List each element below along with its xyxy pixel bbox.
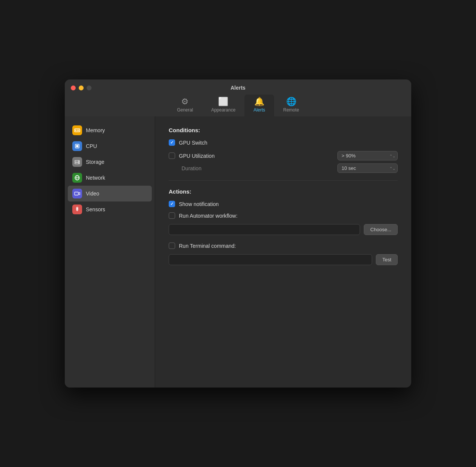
sidebar-item-network[interactable]: Network [68, 170, 152, 186]
body: Memory CPU [65, 116, 411, 388]
show-notification-row: Show notification [169, 201, 398, 207]
svg-point-9 [78, 163, 79, 163]
svg-point-8 [78, 161, 79, 162]
threshold-select-wrapper: > 90% > 80% > 70% [337, 151, 398, 160]
show-notification-label: Show notification [179, 201, 219, 207]
traffic-lights [71, 85, 92, 90]
remote-icon: 🌐 [286, 98, 296, 106]
run-terminal-label: Run Terminal command: [179, 243, 236, 249]
tab-remote[interactable]: 🌐 Remote [274, 95, 308, 116]
maximize-button[interactable] [87, 85, 92, 90]
close-button[interactable] [71, 85, 76, 90]
tab-alerts-label: Alerts [253, 107, 265, 113]
alerts-icon: 🔔 [254, 98, 264, 106]
titlebar: Alerts ⚙ General ⬜ Appearance 🔔 Alerts 🌐… [65, 79, 411, 116]
sidebar-item-sensors[interactable]: Sensors [68, 201, 152, 217]
sidebar-label-video: Video [86, 191, 99, 197]
gpu-switch-checkbox[interactable] [169, 139, 175, 146]
duration-select-wrapper: 10 sec 30 sec 1 min [337, 163, 398, 173]
general-icon: ⚙ [181, 98, 189, 106]
duration-select[interactable]: 10 sec 30 sec 1 min [337, 163, 398, 173]
run-terminal-row: Run Terminal command: [169, 243, 398, 249]
window-title: Alerts [230, 85, 246, 91]
gpu-utilization-label: GPU Utilization [179, 153, 215, 159]
svg-rect-5 [76, 145, 78, 147]
choose-button[interactable]: Choose... [364, 224, 398, 235]
svg-rect-13 [75, 192, 78, 195]
svg-rect-16 [77, 208, 78, 210]
sidebar-label-sensors: Sensors [86, 206, 105, 212]
section-divider [169, 180, 398, 181]
threshold-select[interactable]: > 90% > 80% > 70% [337, 151, 398, 160]
tab-appearance-label: Appearance [211, 107, 236, 113]
cpu-icon [72, 141, 82, 151]
tab-bar: ⚙ General ⬜ Appearance 🔔 Alerts 🌐 Remote [168, 95, 308, 116]
storage-icon [72, 157, 82, 167]
tab-appearance[interactable]: ⬜ Appearance [202, 95, 245, 116]
minimize-button[interactable] [79, 85, 84, 90]
video-icon [72, 189, 82, 198]
show-notification-checkbox[interactable] [169, 201, 175, 207]
sidebar-item-video[interactable]: Video [68, 186, 152, 201]
automator-input-row: Choose... [169, 224, 398, 235]
main-content: Conditions: GPU Switch GPU Utilization >… [155, 116, 411, 388]
tab-alerts[interactable]: 🔔 Alerts [244, 95, 274, 116]
sidebar-item-cpu[interactable]: CPU [68, 138, 152, 154]
tab-general[interactable]: ⚙ General [168, 95, 202, 116]
test-button[interactable]: Test [376, 254, 398, 265]
run-automator-checkbox[interactable] [169, 212, 175, 219]
network-icon [72, 173, 82, 183]
svg-rect-2 [77, 130, 78, 131]
sidebar-label-cpu: CPU [86, 143, 97, 149]
actions-title: Actions: [169, 188, 398, 195]
automator-workflow-input[interactable] [169, 224, 360, 235]
duration-row: Duration 10 sec 30 sec 1 min [169, 163, 398, 173]
terminal-input-row: Test [169, 254, 398, 265]
conditions-title: Conditions: [169, 127, 398, 133]
sensors-icon [72, 205, 82, 214]
tab-general-label: General [177, 107, 193, 113]
main-window: Alerts ⚙ General ⬜ Appearance 🔔 Alerts 🌐… [65, 79, 411, 388]
gpu-switch-label: GPU Switch [179, 140, 207, 146]
sidebar-label-network: Network [86, 175, 105, 181]
memory-icon [72, 125, 82, 135]
svg-rect-15 [77, 210, 78, 211]
sidebar: Memory CPU [65, 116, 155, 388]
appearance-icon: ⬜ [218, 98, 228, 106]
run-terminal-checkbox[interactable] [169, 243, 175, 249]
run-automator-label: Run Automator workflow: [179, 213, 238, 219]
sidebar-label-storage: Storage [86, 159, 104, 165]
sidebar-label-memory: Memory [86, 127, 105, 133]
sidebar-item-memory[interactable]: Memory [68, 122, 152, 138]
run-automator-row: Run Automator workflow: [169, 212, 398, 219]
terminal-command-input[interactable] [169, 254, 372, 265]
gpu-switch-row: GPU Switch [169, 139, 398, 146]
gpu-utilization-row: GPU Utilization > 90% > 80% > 70% [169, 151, 398, 160]
gpu-utilization-checkbox[interactable] [169, 153, 175, 159]
tab-remote-label: Remote [283, 107, 299, 113]
svg-rect-3 [78, 130, 79, 131]
svg-rect-1 [75, 130, 76, 131]
sidebar-item-storage[interactable]: Storage [68, 154, 152, 170]
duration-label: Duration [182, 165, 334, 171]
